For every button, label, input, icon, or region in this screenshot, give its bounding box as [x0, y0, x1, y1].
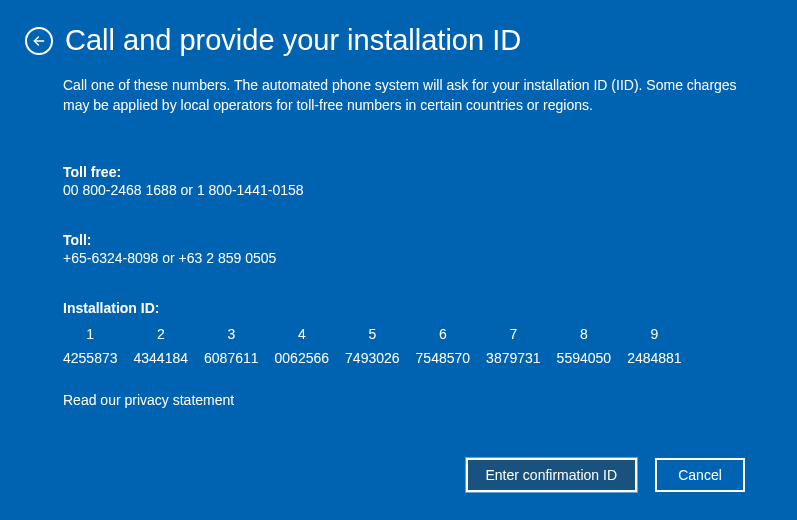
iid-column: 40062566: [275, 326, 330, 366]
iid-index: 7: [509, 326, 517, 342]
iid-column: 14255873: [63, 326, 118, 366]
iid-index: 2: [157, 326, 165, 342]
iid-column: 92484881: [627, 326, 682, 366]
cancel-button[interactable]: Cancel: [655, 458, 745, 492]
installation-id-grid: 1425587324344184360876114006256657493026…: [63, 326, 737, 366]
iid-index: 6: [439, 326, 447, 342]
iid-index: 1: [86, 326, 94, 342]
intro-text: Call one of these numbers. The automated…: [63, 75, 737, 116]
iid-value: 7493026: [345, 350, 400, 366]
iid-value: 4255873: [63, 350, 118, 366]
back-button[interactable]: [25, 27, 53, 55]
page-title: Call and provide your installation ID: [65, 26, 521, 55]
iid-column: 85594050: [557, 326, 612, 366]
iid-column: 24344184: [134, 326, 189, 366]
toll-label: Toll:: [63, 232, 737, 248]
iid-value: 5594050: [557, 350, 612, 366]
iid-value: 6087611: [204, 350, 259, 366]
iid-index: 9: [650, 326, 658, 342]
iid-column: 67548570: [416, 326, 471, 366]
tollfree-label: Toll free:: [63, 164, 737, 180]
arrow-left-icon: [32, 34, 46, 48]
toll-value: +65-6324-8098 or +63 2 859 0505: [63, 250, 737, 266]
iid-value: 3879731: [486, 350, 541, 366]
iid-index: 3: [227, 326, 235, 342]
iid-index: 8: [580, 326, 588, 342]
iid-value: 2484881: [627, 350, 682, 366]
iid-column: 57493026: [345, 326, 400, 366]
iid-column: 73879731: [486, 326, 541, 366]
iid-value: 0062566: [275, 350, 330, 366]
enter-confirmation-id-button[interactable]: Enter confirmation ID: [466, 458, 638, 492]
iid-index: 5: [368, 326, 376, 342]
installation-id-label: Installation ID:: [63, 300, 737, 316]
iid-value: 4344184: [134, 350, 189, 366]
iid-column: 36087611: [204, 326, 259, 366]
iid-value: 7548570: [416, 350, 471, 366]
privacy-link[interactable]: Read our privacy statement: [63, 392, 234, 408]
tollfree-value: 00 800-2468 1688 or 1 800-1441-0158: [63, 182, 737, 198]
iid-index: 4: [298, 326, 306, 342]
